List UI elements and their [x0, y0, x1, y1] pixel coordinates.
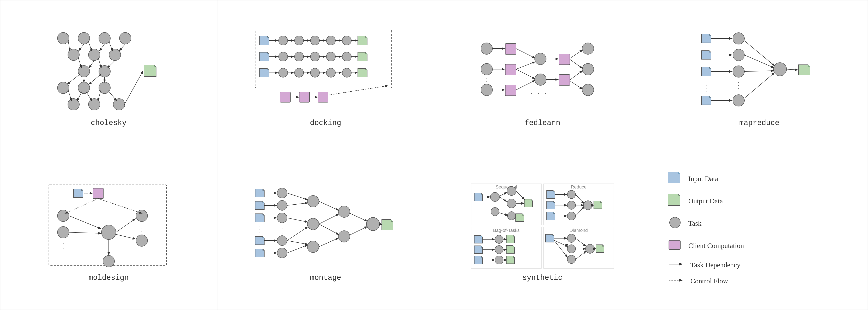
svg-point-256: [583, 201, 592, 210]
svg-text:. . .: . . .: [311, 78, 319, 85]
svg-line-27: [67, 74, 81, 84]
svg-marker-269: [481, 256, 483, 258]
svg-marker-122: [709, 34, 711, 36]
svg-point-0: [58, 32, 69, 44]
svg-marker-249: [553, 212, 555, 214]
fedlearn-label: fedlearn: [525, 119, 560, 127]
legend-item-client-computation: Client Computation: [668, 239, 744, 253]
svg-line-211: [287, 227, 307, 241]
synthetic-cell: Sequential: [434, 155, 651, 310]
svg-text:.: .: [706, 87, 707, 93]
svg-marker-16: [154, 65, 156, 67]
svg-point-139: [773, 63, 786, 76]
svg-line-220: [380, 224, 382, 225]
svg-point-238: [491, 208, 499, 216]
svg-marker-303: [678, 172, 680, 174]
svg-rect-88: [318, 92, 328, 102]
svg-line-148: [744, 71, 774, 71]
svg-line-212: [287, 245, 307, 253]
task-icon: [668, 216, 682, 230]
svg-point-156: [58, 210, 69, 221]
svg-point-290: [567, 255, 576, 264]
svg-marker-300: [602, 245, 604, 246]
montage-label: montage: [310, 274, 341, 282]
svg-point-166: [103, 255, 115, 267]
svg-line-298: [576, 251, 586, 259]
svg-rect-93: [505, 43, 516, 54]
svg-line-20: [100, 44, 104, 51]
svg-line-35: [108, 90, 117, 101]
svg-line-168: [69, 232, 101, 233]
svg-marker-126: [709, 67, 711, 69]
control-flow-icon: [668, 277, 684, 285]
svg-point-7: [78, 65, 90, 77]
svg-point-58: [294, 52, 304, 61]
svg-text:·: ·: [486, 81, 487, 86]
input-data-label: Input Data: [688, 175, 718, 183]
svg-point-229: [490, 192, 499, 202]
svg-marker-227: [481, 193, 483, 195]
svg-point-134: [733, 66, 744, 77]
svg-line-240: [499, 213, 507, 215]
svg-point-187: [277, 188, 287, 198]
svg-text:.: .: [281, 230, 283, 235]
svg-point-306: [670, 217, 680, 228]
legend-item-task-dependency: Task Dependency: [668, 261, 741, 269]
svg-text:.: .: [259, 228, 260, 234]
svg-line-146: [744, 41, 774, 65]
svg-line-119: [570, 81, 582, 89]
control-flow-label: Control Flow: [690, 277, 728, 285]
svg-rect-307: [669, 240, 680, 249]
svg-line-173: [98, 198, 142, 213]
moldesign-cell: . . . . . moldesign: [0, 155, 217, 310]
svg-line-213: [287, 241, 307, 244]
svg-rect-94: [505, 64, 516, 75]
mapreduce-diagram: . . . . . .: [697, 28, 821, 115]
svg-point-239: [507, 212, 516, 220]
svg-line-208: [287, 193, 307, 199]
svg-point-106: [582, 84, 594, 96]
svg-point-188: [277, 200, 287, 210]
mapreduce-cell: . . . . . .: [651, 0, 868, 155]
synthetic-diagram: Sequential: [470, 183, 615, 270]
svg-point-56: [279, 52, 288, 61]
svg-marker-245: [553, 190, 555, 192]
output-data-label: Output Data: [688, 197, 723, 205]
svg-line-36: [124, 71, 143, 105]
svg-point-251: [567, 201, 576, 209]
svg-line-23: [78, 57, 82, 68]
svg-text:.: .: [62, 245, 64, 250]
svg-line-112: [516, 69, 535, 79]
docking-label: docking: [310, 119, 341, 127]
cholesky-label: cholesky: [91, 119, 126, 127]
svg-point-289: [567, 245, 576, 253]
svg-marker-131: [709, 96, 711, 98]
svg-line-117: [570, 59, 582, 68]
svg-point-45: [310, 36, 319, 45]
svg-point-162: [136, 210, 148, 221]
svg-point-196: [307, 218, 319, 230]
montage-cell: . . . . . .: [217, 155, 434, 310]
svg-text:·  ·  ·: · · ·: [536, 65, 545, 72]
svg-point-138: [733, 95, 744, 106]
svg-marker-202: [391, 219, 393, 221]
svg-point-64: [342, 52, 351, 61]
svg-line-150: [786, 69, 798, 70]
svg-rect-95: [505, 85, 516, 96]
svg-point-99: [535, 53, 546, 65]
svg-marker-242: [522, 214, 524, 215]
svg-line-22: [120, 44, 125, 51]
svg-point-13: [89, 99, 100, 110]
svg-line-172: [65, 198, 98, 213]
svg-marker-177: [263, 201, 264, 203]
svg-point-288: [567, 234, 576, 242]
svg-line-218: [350, 213, 367, 221]
svg-text:Diamond: Diamond: [569, 228, 588, 233]
svg-point-271: [495, 246, 503, 254]
svg-point-6: [109, 49, 121, 61]
svg-point-1: [78, 32, 90, 44]
svg-line-217: [319, 238, 338, 247]
svg-point-4: [68, 49, 80, 61]
svg-marker-153: [82, 189, 83, 190]
svg-line-31: [68, 90, 71, 101]
